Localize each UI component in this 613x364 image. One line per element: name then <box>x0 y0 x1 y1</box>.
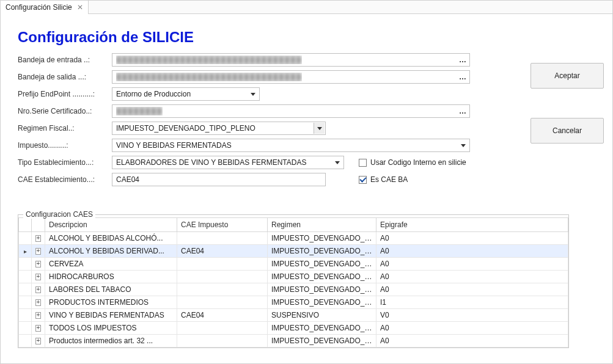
expander-cell: + <box>32 335 45 348</box>
es-cae-ba-check[interactable]: Es CAE BA <box>359 175 408 184</box>
usar-codigo-interno-check[interactable]: Usar Codigo Interno en silicie <box>359 158 466 167</box>
plus-icon[interactable]: + <box>35 325 41 332</box>
checkbox-icon[interactable] <box>359 159 367 167</box>
label-nro-serie-cert: Nro.Serie Certificado..: <box>18 107 109 115</box>
bandeja-salida-input[interactable]: ████████████████████████████████ … <box>112 70 470 84</box>
ellipsis-icon[interactable]: … <box>457 54 469 65</box>
label-bandeja-entrada: Bandeja de entrada ..: <box>18 56 109 64</box>
chevron-down-icon[interactable] <box>332 157 343 168</box>
prefijo-endpoint-select[interactable]: Entorno de Produccion <box>112 87 260 101</box>
cell-regimen[interactable]: IMPUESTO_DEVENGADO_TIPO_... <box>268 335 376 348</box>
impuesto-value: VINO Y BEBIDAS FERMENTADAS <box>116 141 232 150</box>
chevron-down-icon[interactable] <box>314 123 325 134</box>
row-indicator <box>18 258 32 271</box>
cell-descripcion[interactable]: CERVEZA <box>45 258 177 271</box>
cell-cae-impuesto[interactable] <box>177 232 268 245</box>
cell-regimen[interactable]: IMPUESTO_DEVENGADO_TIPO_... <box>268 283 376 296</box>
bandeja-entrada-input[interactable]: ████████████████████████████████ … <box>112 53 470 67</box>
cell-epigrafe[interactable]: A0 <box>376 245 568 258</box>
cell-epigrafe[interactable]: A0 <box>376 283 568 296</box>
cell-cae-impuesto[interactable] <box>177 258 268 271</box>
cell-descripcion[interactable]: Productos intermedios art. 32 ... <box>45 335 177 348</box>
tab-label: Configuración Silicie <box>6 3 72 12</box>
cell-regimen[interactable]: IMPUESTO_DEVENGADO_TIPO_... <box>268 296 376 309</box>
cell-epigrafe[interactable]: I1 <box>376 296 568 309</box>
cell-descripcion[interactable]: TODOS LOS IMPUESTOS <box>45 322 177 335</box>
expander-cell: + <box>32 309 45 322</box>
header-cae-impuesto[interactable]: CAE Impuesto <box>177 217 268 232</box>
checkbox-checked-icon[interactable] <box>359 176 367 184</box>
caes-grid[interactable]: Descripcion CAE Impuesto Regimen Epigraf… <box>18 217 568 348</box>
tipo-establecimiento-value: ELABORADORES DE VINO Y BEBIDAS FERMENTAD… <box>116 158 306 167</box>
label-regimen-fiscal: Regimen Fiscal..: <box>18 124 109 133</box>
plus-icon[interactable]: + <box>35 261 41 268</box>
cell-descripcion[interactable]: LABORES DEL TABACO <box>45 283 177 296</box>
table-row[interactable]: +PRODUCTOS INTERMEDIOSIMPUESTO_DEVENGADO… <box>18 296 568 309</box>
nro-serie-cert-input[interactable]: ████████ … <box>112 104 470 118</box>
cancelar-button[interactable]: Cancelar <box>530 118 604 144</box>
cell-epigrafe[interactable]: V0 <box>376 309 568 322</box>
row-indicator <box>18 322 32 335</box>
plus-icon[interactable]: + <box>35 235 41 242</box>
table-row[interactable]: +Productos intermedios art. 32 ...IMPUES… <box>18 335 568 348</box>
cell-epigrafe[interactable]: A0 <box>376 322 568 335</box>
cell-cae-impuesto[interactable]: CAE04 <box>177 309 268 322</box>
cell-descripcion[interactable]: ALCOHOL Y BEBIDAS ALCOHÓ... <box>45 232 177 245</box>
expander-cell: + <box>32 271 45 283</box>
table-row[interactable]: +LABORES DEL TABACOIMPUESTO_DEVENGADO_TI… <box>18 283 568 296</box>
cell-epigrafe[interactable]: A0 <box>376 271 568 283</box>
plus-icon[interactable]: + <box>35 338 41 344</box>
tab-configuracion-silicie[interactable]: Configuración Silicie ✕ <box>1 1 89 14</box>
table-row[interactable]: +HIDROCARBUROSIMPUESTO_DEVENGADO_TIPO_..… <box>18 271 568 283</box>
cell-cae-impuesto[interactable] <box>177 322 268 335</box>
cell-regimen[interactable]: IMPUESTO_DEVENGADO_TIPO_... <box>268 232 376 245</box>
prefijo-endpoint-value: Entorno de Produccion <box>116 90 191 98</box>
plus-icon[interactable]: + <box>35 299 41 306</box>
table-row[interactable]: +CERVEZAIMPUESTO_DEVENGADO_TIPO_...A0 <box>18 258 568 271</box>
table-row[interactable]: +TODOS LOS IMPUESTOSIMPUESTO_DEVENGADO_T… <box>18 322 568 335</box>
table-row[interactable]: ▸+ALCOHOL Y BEBIDAS DERIVAD...CAE04IMPUE… <box>18 245 568 258</box>
cell-epigrafe[interactable]: A0 <box>376 232 568 245</box>
cell-cae-impuesto[interactable] <box>177 335 268 348</box>
chevron-down-icon[interactable] <box>458 140 469 151</box>
check-label: Es CAE BA <box>370 175 408 184</box>
table-row[interactable]: +VINO Y BEBIDAS FERMENTADASCAE04SUSPENSI… <box>18 309 568 322</box>
header-epigrafe[interactable]: Epigrafe <box>376 217 568 232</box>
cell-regimen[interactable]: IMPUESTO_DEVENGADO_TIPO_... <box>268 271 376 283</box>
cell-descripcion[interactable]: PRODUCTOS INTERMEDIOS <box>45 296 177 309</box>
plus-icon[interactable]: + <box>35 248 41 255</box>
chevron-down-icon[interactable] <box>248 89 259 100</box>
plus-icon[interactable]: + <box>35 286 41 293</box>
cell-descripcion[interactable]: HIDROCARBUROS <box>45 271 177 283</box>
bandeja-entrada-value: ████████████████████████████████ <box>116 56 302 64</box>
aceptar-button[interactable]: Aceptar <box>530 63 604 89</box>
cell-descripcion[interactable]: ALCOHOL Y BEBIDAS DERIVAD... <box>45 245 177 258</box>
ellipsis-icon[interactable]: … <box>457 106 469 117</box>
cell-cae-impuesto[interactable]: CAE04 <box>177 245 268 258</box>
expander-cell: + <box>32 258 45 271</box>
plus-icon[interactable]: + <box>35 274 41 280</box>
impuesto-select[interactable]: VINO Y BEBIDAS FERMENTADAS <box>112 139 470 152</box>
side-buttons: Aceptar Cancelar <box>530 63 604 144</box>
cell-epigrafe[interactable]: A0 <box>376 258 568 271</box>
cae-establecimiento-input[interactable]: CAE04 <box>112 173 326 186</box>
table-row[interactable]: +ALCOHOL Y BEBIDAS ALCOHÓ...IMPUESTO_DEV… <box>18 232 568 245</box>
header-descripcion[interactable]: Descripcion <box>45 217 177 232</box>
header-regimen[interactable]: Regimen <box>268 217 376 232</box>
label-impuesto: Impuesto.........: <box>18 141 109 150</box>
cell-cae-impuesto[interactable] <box>177 296 268 309</box>
cell-descripcion[interactable]: VINO Y BEBIDAS FERMENTADAS <box>45 309 177 322</box>
button-label: Cancelar <box>552 126 582 135</box>
cell-cae-impuesto[interactable] <box>177 283 268 296</box>
cell-regimen[interactable]: SUSPENSIVO <box>268 309 376 322</box>
tipo-establecimiento-select[interactable]: ELABORADORES DE VINO Y BEBIDAS FERMENTAD… <box>112 156 344 169</box>
cell-regimen[interactable]: IMPUESTO_DEVENGADO_TIPO_... <box>268 322 376 335</box>
cell-cae-impuesto[interactable] <box>177 271 268 283</box>
cell-epigrafe[interactable]: A0 <box>376 335 568 348</box>
ellipsis-icon[interactable]: … <box>457 71 469 82</box>
cell-regimen[interactable]: IMPUESTO_DEVENGADO_TIPO_... <box>268 245 376 258</box>
close-icon[interactable]: ✕ <box>77 4 83 11</box>
regimen-fiscal-select[interactable]: IMPUESTO_DEVENGADO_TIPO_PLENO <box>112 122 326 135</box>
cell-regimen[interactable]: IMPUESTO_DEVENGADO_TIPO_... <box>268 258 376 271</box>
plus-icon[interactable]: + <box>35 312 41 319</box>
